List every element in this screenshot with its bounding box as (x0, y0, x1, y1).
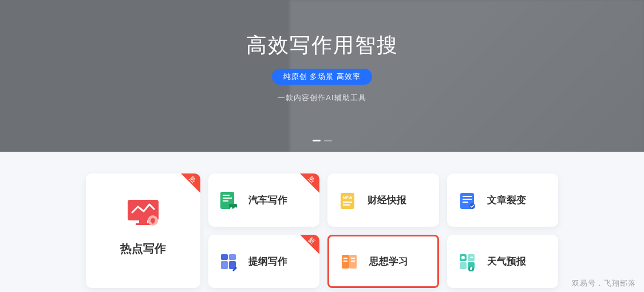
hero-subtitle: 一款内容创作AI辅助工具 (246, 93, 398, 103)
svg-rect-13 (343, 202, 352, 203)
doc-car-icon (219, 191, 238, 210)
carousel-dot[interactable] (313, 140, 321, 141)
svg-rect-7 (223, 200, 228, 202)
svg-rect-6 (223, 198, 232, 199)
svg-rect-5 (223, 195, 230, 196)
card-title: 汽车写作 (248, 194, 287, 207)
book-icon (339, 252, 359, 271)
svg-rect-17 (463, 199, 472, 200)
hot-tag-icon: 热 (300, 173, 319, 193)
hero-badge: 纯原创 多场景 高效率 (272, 69, 372, 85)
svg-rect-16 (463, 196, 472, 197)
hero-banner: 高效写作用智搜 纯原创 多场景 高效率 一款内容创作AI辅助工具 (0, 0, 644, 152)
svg-rect-27 (343, 261, 347, 262)
monitor-chart-icon (127, 199, 160, 226)
card-large-title: 热点写作 (120, 241, 166, 257)
hot-tag-icon: 热 (181, 173, 200, 193)
cards-area: 热 热点写作 热 汽车写作 NEW 财经快报 (0, 152, 644, 288)
svg-rect-33 (460, 262, 467, 269)
card-weather-forecast[interactable]: 天气预报 (447, 235, 558, 288)
svg-rect-14 (343, 204, 350, 206)
card-car-writing[interactable]: 热 汽车写作 (208, 173, 319, 227)
card-hot-writing[interactable]: 热 热点写作 (86, 173, 200, 288)
svg-rect-8 (229, 204, 237, 208)
svg-point-9 (230, 207, 232, 210)
grid-edit-icon (219, 252, 238, 271)
card-title: 思想学习 (369, 255, 408, 268)
doc-split-icon (457, 191, 477, 210)
hero-title: 高效写作用智搜 (246, 31, 398, 60)
new-tag-icon: 新 (300, 235, 319, 254)
svg-rect-29 (351, 261, 355, 262)
svg-rect-18 (463, 202, 468, 203)
svg-rect-28 (351, 258, 355, 259)
svg-rect-26 (343, 258, 347, 259)
carousel-dot[interactable] (324, 140, 332, 141)
svg-rect-2 (136, 223, 151, 225)
svg-text:NEW: NEW (343, 196, 353, 200)
svg-point-10 (234, 207, 236, 210)
doc-new-icon: NEW (338, 191, 357, 210)
svg-point-31 (461, 256, 465, 259)
card-thought-study[interactable]: 思想学习 (327, 235, 438, 288)
carousel-indicator[interactable] (313, 140, 332, 141)
card-title: 文章裂变 (487, 194, 526, 207)
weather-icon (457, 252, 477, 271)
svg-rect-21 (229, 254, 236, 260)
svg-rect-22 (221, 261, 228, 269)
cards-grid: 热 汽车写作 NEW 财经快报 文章裂变 新 提纲写作 (208, 173, 558, 288)
card-finance-news[interactable]: NEW 财经快报 (327, 173, 438, 227)
watermark: 双易号 . 飞翔部落 (572, 278, 636, 289)
card-article-split[interactable]: 文章裂变 (447, 173, 558, 227)
card-title: 财经快报 (368, 194, 406, 207)
svg-rect-36 (470, 267, 472, 270)
svg-rect-20 (221, 254, 228, 260)
svg-rect-1 (139, 220, 147, 223)
card-outline-writing[interactable]: 新 提纲写作 (208, 235, 319, 288)
card-title: 提纲写作 (248, 255, 287, 268)
card-title: 天气预报 (487, 255, 526, 268)
